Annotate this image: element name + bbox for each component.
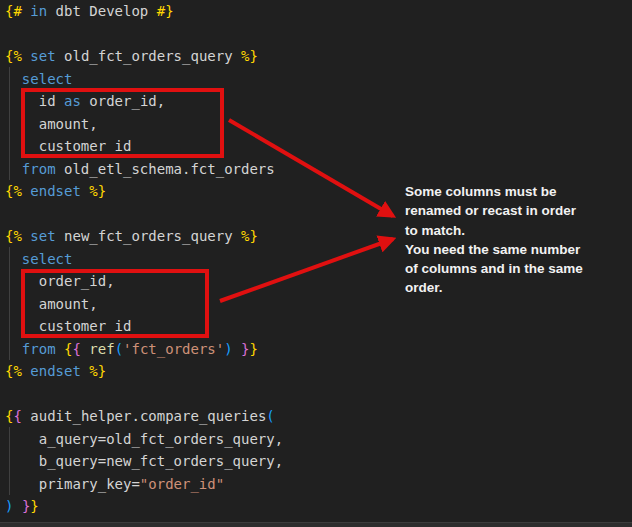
code-line: from old_etl_schema.fct_orders [5, 158, 283, 181]
code-line: select [5, 248, 283, 271]
code-line: {% set new_fct_orders_query %} [5, 225, 283, 248]
code-line: ) }} [5, 495, 283, 518]
code-line [5, 383, 283, 406]
code-line: select [5, 68, 283, 91]
code-line: {# in dbt Develop #} [5, 0, 283, 23]
code-line [5, 23, 283, 46]
annotation-line: order. [405, 278, 630, 297]
code-line: {{ audit_helper.compare_queries( [5, 405, 283, 428]
annotation-line: to match. [405, 221, 630, 240]
code-editor[interactable]: {# in dbt Develop #}{% set old_fct_order… [5, 0, 283, 518]
code-line [5, 203, 283, 226]
code-line: {% endset %} [5, 180, 283, 203]
code-line: primary_key="order_id" [5, 473, 283, 496]
annotation-line: renamed or recast in order [405, 201, 630, 220]
annotation-note: Some columns must be renamed or recast i… [405, 182, 630, 298]
code-line: {% set old_fct_orders_query %} [5, 45, 283, 68]
annotation-line: You need the same number [405, 240, 630, 259]
annotation-line: Some columns must be [405, 182, 630, 201]
annotation-line: of columns and in the same [405, 259, 630, 278]
code-line: a_query=old_fct_orders_query, [5, 428, 283, 451]
bottom-panel-edge [0, 522, 632, 527]
highlight-box-old-columns [21, 88, 224, 158]
code-line: {% endset %} [5, 360, 283, 383]
code-line: b_query=new_fct_orders_query, [5, 450, 283, 473]
highlight-box-new-columns [21, 269, 209, 338]
code-line: from {{ ref('fct_orders') }} [5, 338, 283, 361]
editor-screenshot: {# in dbt Develop #}{% set old_fct_order… [0, 0, 632, 527]
